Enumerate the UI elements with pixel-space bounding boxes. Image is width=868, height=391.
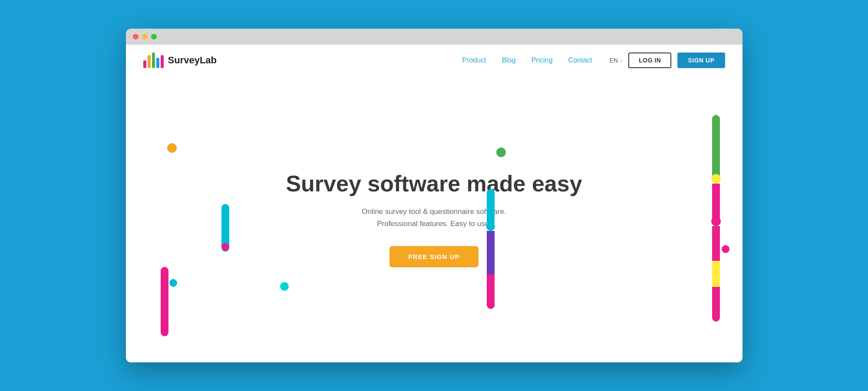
deco-right-bar (711, 115, 721, 322)
logo-text: SurveyLab (168, 55, 217, 66)
browser-content: SurveyLab Product Blog Pricing Contact E… (126, 45, 743, 362)
deco-bar2-cyan-dot (486, 222, 495, 231)
deco-bar-pink-mid1 (712, 184, 720, 218)
deco-bar2-purple (487, 231, 495, 274)
hero-title: Survey software made easy (286, 171, 582, 197)
chevron-down-icon: ↓ (620, 57, 622, 63)
deco-bar-yellow-segment (712, 261, 720, 287)
deco-bar2-pink (487, 274, 495, 309)
nav-link-product[interactable]: Product (462, 56, 486, 64)
deco-pink-dot-far-right (722, 245, 729, 253)
nav-link-pricing[interactable]: Pricing (531, 56, 553, 64)
deco-green-dot-right (496, 148, 506, 157)
deco-pink-dot-bar1 (711, 217, 721, 226)
close-button-icon[interactable] (133, 34, 139, 39)
logo-icon (143, 53, 164, 68)
page: SurveyLab Product Blog Pricing Contact E… (126, 45, 743, 362)
deco-orange-dot (167, 143, 177, 153)
deco-yellow-dot (711, 174, 721, 184)
login-button[interactable]: LOG IN (628, 53, 671, 68)
signup-button[interactable]: SIGN UP (677, 53, 725, 68)
deco-bar-green-segment (712, 115, 720, 176)
maximize-button-icon[interactable] (151, 34, 157, 39)
language-selector[interactable]: EN ↓ (610, 57, 622, 64)
deco-bar-pink-mid2 (712, 226, 720, 261)
deco-bar2-cyan (487, 189, 495, 223)
deco-pink-dot-on-cyan (221, 243, 229, 251)
browser-window: SurveyLab Product Blog Pricing Contact E… (126, 29, 743, 362)
deco-cyan-dot-on-pink (169, 279, 177, 287)
deco-cyan-dot-bottom-left (280, 282, 289, 291)
navbar: SurveyLab Product Blog Pricing Contact E… (126, 45, 743, 76)
hero-subtitle: Online survey tool & questionnaire softw… (362, 206, 506, 231)
deco-bar-pink-bottom (712, 287, 720, 322)
nav-links: Product Blog Pricing Contact (462, 56, 592, 64)
nav-link-contact[interactable]: Contact (568, 56, 592, 64)
nav-actions: EN ↓ LOG IN SIGN UP (610, 53, 725, 68)
minimize-button-icon[interactable] (142, 34, 148, 39)
logo[interactable]: SurveyLab (143, 53, 217, 68)
hero-section: Survey software made easy Online survey … (126, 76, 743, 362)
free-signup-button[interactable]: FREE SIGN UP (389, 246, 479, 267)
browser-titlebar (126, 29, 743, 45)
deco-pink-pill-left (161, 267, 168, 336)
nav-link-blog[interactable]: Blog (502, 56, 516, 64)
deco-right-bar2 (486, 189, 495, 309)
